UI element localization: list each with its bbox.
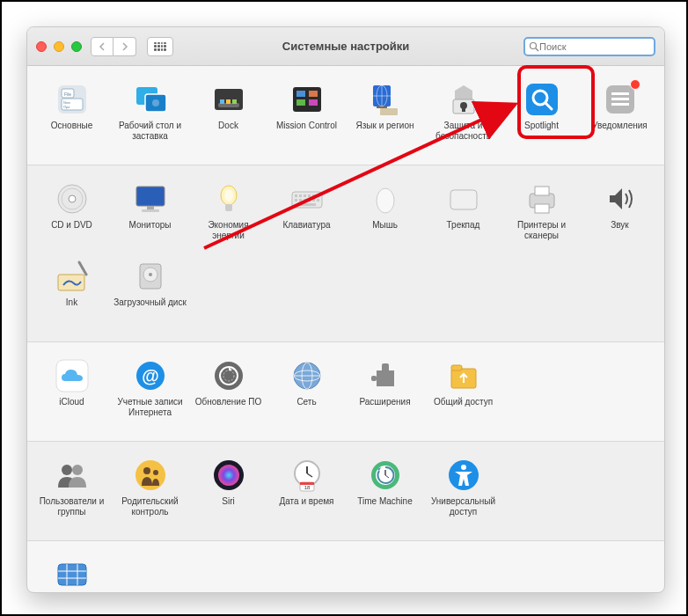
search-field[interactable] (523, 37, 655, 56)
pref-trackpad[interactable]: Трекпад (424, 178, 502, 255)
language-icon (368, 82, 403, 117)
svg-rect-102 (58, 564, 86, 585)
pref-label: Time Machine (357, 496, 412, 507)
svg-rect-41 (147, 206, 154, 209)
cddvd-icon (55, 181, 90, 216)
pref-keyboard[interactable]: Клавиатура (267, 178, 346, 255)
pref-printers[interactable]: Принтеры и сканеры (502, 178, 581, 255)
security-icon (446, 82, 481, 117)
network-icon (289, 358, 325, 393)
pref-label: Принтеры и сканеры (504, 220, 579, 240)
extensions-icon (368, 358, 403, 393)
svg-rect-63 (535, 187, 549, 195)
pref-ink[interactable]: Ink (33, 255, 111, 333)
pref-ntfs[interactable]: NTFS for Mac (33, 554, 111, 593)
svg-rect-55 (304, 199, 306, 202)
svg-line-66 (79, 262, 86, 275)
svg-rect-59 (298, 203, 316, 206)
minimize-button[interactable] (54, 41, 64, 52)
svg-point-44 (224, 189, 233, 202)
nav-buttons (91, 37, 136, 56)
pref-language[interactable]: Язык и регион (346, 78, 424, 156)
pref-label: Экономия энергии (191, 220, 266, 240)
svg-point-73 (215, 362, 243, 390)
pref-spotlight[interactable]: Spotlight (502, 78, 581, 156)
svg-point-89 (218, 465, 239, 486)
pref-general[interactable]: FileNewOpe Основные (33, 78, 111, 156)
pref-dock[interactable]: Dock (189, 78, 267, 156)
pref-label: Ink (66, 297, 77, 308)
pref-label: Dock (218, 121, 238, 131)
svg-rect-42 (142, 209, 159, 212)
pref-desktop[interactable]: Рабочий стол и заставка (111, 78, 189, 156)
svg-rect-51 (312, 194, 315, 197)
pref-mouse[interactable]: Мышь (346, 178, 424, 255)
svg-point-86 (143, 467, 150, 474)
svg-line-1 (536, 48, 538, 51)
svg-rect-18 (309, 91, 318, 97)
search-input[interactable] (539, 41, 650, 52)
pref-software-update[interactable]: Обновление ПО (189, 355, 267, 432)
sound-icon (603, 181, 638, 216)
pref-label: Уведомления (592, 121, 648, 131)
svg-point-84 (72, 465, 83, 475)
zoom-button[interactable] (71, 41, 82, 52)
back-button[interactable] (91, 37, 113, 56)
pref-datetime[interactable]: 18 Дата и время (267, 454, 346, 532)
svg-rect-25 (377, 106, 387, 108)
pref-siri[interactable]: Siri (189, 454, 267, 532)
pref-label: Общий доступ (434, 397, 493, 407)
mouse-icon (368, 181, 403, 216)
pref-timemachine[interactable]: Time Machine (346, 454, 424, 532)
close-button[interactable] (36, 41, 47, 52)
pref-accessibility[interactable]: Универсальный доступ (424, 454, 502, 532)
pref-network[interactable]: Сеть (267, 355, 346, 432)
pref-security[interactable]: Защита и безопасность (424, 78, 502, 156)
datetime-icon: 18 (289, 458, 325, 493)
svg-rect-64 (535, 204, 549, 213)
pref-displays[interactable]: Мониторы (111, 178, 189, 255)
svg-rect-52 (317, 194, 319, 197)
icloud-icon (55, 358, 90, 393)
section-other: NTFS for Mac (27, 541, 664, 593)
svg-text:File: File (64, 92, 71, 97)
svg-rect-19 (296, 99, 305, 106)
svg-rect-14 (226, 99, 231, 104)
pref-sound[interactable]: Звук (581, 178, 659, 255)
svg-rect-47 (295, 194, 297, 197)
pref-internet-accounts[interactable]: @ Учетные записи Интернета (111, 355, 189, 432)
pref-cddvd[interactable]: CD и DVD (33, 178, 111, 255)
pref-label: Основные (51, 121, 92, 131)
pref-notifications[interactable]: Уведомления (581, 78, 659, 156)
pref-label: Siri (222, 496, 234, 507)
pref-startup-disk[interactable]: Загрузочный диск (111, 255, 189, 333)
svg-rect-49 (304, 194, 306, 197)
svg-point-10 (152, 99, 159, 106)
pref-extensions[interactable]: Расширения (346, 355, 424, 432)
svg-text:@: @ (142, 366, 159, 385)
forward-button[interactable] (113, 37, 136, 56)
pref-users[interactable]: Пользователи и группы (33, 454, 111, 532)
pref-icloud[interactable]: iCloud (33, 355, 111, 432)
titlebar: Системные настройки (27, 27, 664, 66)
svg-rect-82 (451, 365, 462, 370)
svg-rect-40 (136, 187, 165, 206)
sharing-icon (446, 358, 481, 393)
ink-icon (55, 259, 90, 294)
svg-rect-61 (450, 190, 477, 209)
pref-parental[interactable]: Родительский контроль (111, 454, 189, 532)
pref-label: Родительский контроль (113, 496, 187, 517)
desktop-icon (133, 82, 168, 117)
pref-mission-control[interactable]: Mission Control (267, 78, 346, 156)
internet-accounts-icon: @ (133, 358, 168, 393)
svg-rect-34 (611, 92, 629, 95)
pref-sharing[interactable]: Общий доступ (424, 355, 502, 432)
parental-icon (133, 458, 168, 493)
section-personal: FileNewOpe Основные Рабочий стол и заста… (27, 66, 664, 165)
svg-rect-80 (371, 376, 377, 381)
trackpad-icon (446, 181, 481, 216)
show-all-button[interactable] (147, 37, 173, 56)
pref-label: Spotlight (524, 121, 559, 131)
pref-energy[interactable]: Экономия энергии (189, 178, 267, 255)
pref-label: iCloud (59, 397, 84, 407)
